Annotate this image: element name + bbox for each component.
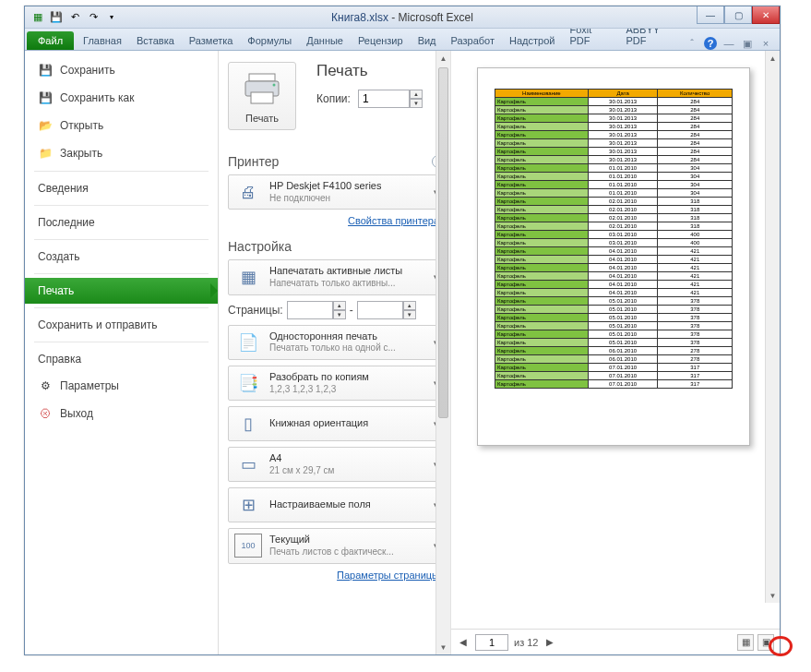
page-setup-link[interactable]: Параметры страницы (228, 570, 439, 581)
copies-down-icon[interactable]: ▼ (410, 99, 423, 108)
redo-icon[interactable]: ↷ (86, 10, 101, 25)
sidebar-item-exit[interactable]: ⮾Выход (25, 400, 218, 427)
tab-file[interactable]: Файл (27, 31, 74, 50)
sidebar-item-share[interactable]: Сохранить и отправить (25, 312, 218, 338)
tab-addins[interactable]: Надстрой (502, 31, 562, 50)
tab-developer[interactable]: Разработ (444, 31, 502, 50)
preview-scrollbar[interactable]: ▲ ▼ (765, 51, 780, 603)
help-icon[interactable]: ? (704, 37, 717, 50)
table-row: Картофель01.01.2010304 (495, 164, 733, 173)
table-row: Картофель04.01.2010421 (495, 281, 733, 289)
setting-margins[interactable]: ⊞ Настраиваемые поля (228, 487, 445, 522)
print-button[interactable]: Печать (228, 62, 296, 130)
tab-layout[interactable]: Разметка (182, 31, 241, 50)
page-number-input[interactable] (475, 634, 508, 651)
table-row: Картофель01.01.2010304 (495, 173, 733, 181)
printer-properties-link[interactable]: Свойства принтера (228, 215, 439, 226)
app-window: ▦ 💾 ↶ ↷ ▾ Книга8.xlsx - Microsoft Excel … (24, 6, 781, 655)
scroll-down-icon[interactable]: ▼ (436, 640, 450, 654)
table-row: Картофель04.01.2010421 (495, 289, 733, 297)
table-row: Картофель02.01.2010318 (495, 222, 733, 231)
svg-rect-2 (251, 92, 273, 103)
prev-page-button[interactable]: ◀ (457, 636, 470, 649)
sidebar-item-info[interactable]: Сведения (25, 175, 218, 201)
table-row: Картофель30.01.2013284 (495, 156, 733, 164)
table-row: Картофель30.01.2013284 (495, 106, 733, 114)
paper-icon: ▭ (234, 452, 262, 476)
table-row: Картофель06.01.2010278 (495, 347, 733, 355)
minimize-button[interactable]: — (697, 6, 724, 24)
next-page-button[interactable]: ▶ (543, 636, 556, 649)
close-button[interactable]: ✕ (752, 6, 780, 24)
table-row: Картофель04.01.2010421 (495, 264, 733, 272)
sidebar-item-save[interactable]: 💾Сохранить (25, 56, 218, 84)
undo-icon[interactable]: ↶ (67, 10, 82, 25)
sidebar-item-close[interactable]: 📁Закрыть (25, 139, 218, 167)
page-icon: 📄 (234, 330, 262, 354)
settings-section-head: Настройка (228, 239, 445, 254)
table-row: Картофель06.01.2010278 (495, 355, 733, 364)
setting-papersize[interactable]: ▭ A421 см x 29,7 см (228, 447, 445, 482)
tab-review[interactable]: Рецензир (351, 31, 411, 50)
setting-print-what[interactable]: ▦ Напечатать активные листыНапечатать то… (228, 259, 445, 294)
table-row: Картофель05.01.2010378 (495, 306, 733, 314)
tab-insert[interactable]: Вставка (129, 31, 182, 50)
maximize-button[interactable]: ▢ (724, 6, 752, 24)
sidebar-item-recent[interactable]: Последние (25, 210, 218, 235)
sidebar-item-open[interactable]: 📂Открыть (25, 112, 218, 139)
table-row: Картофель04.01.2010421 (495, 272, 733, 281)
table-row: Картофель01.01.2010304 (495, 189, 733, 198)
copies-up-icon[interactable]: ▲ (410, 90, 423, 99)
save-icon: 💾 (38, 63, 53, 78)
page-of-label: из 12 (514, 637, 538, 648)
zoom-to-page-button[interactable]: ▣ (757, 634, 774, 651)
preview-footer: ◀ из 12 ▶ ▦ ▣ (451, 629, 780, 654)
setting-collate[interactable]: 📑 Разобрать по копиям1,2,3 1,2,3 1,2,3 (228, 366, 445, 401)
printer-icon (242, 72, 282, 105)
sidebar: 💾Сохранить 💾Сохранить как 📂Открыть 📁Закр… (25, 51, 219, 654)
sidebar-item-new[interactable]: Создать (25, 244, 218, 270)
pages-from-input[interactable] (287, 301, 333, 319)
table-row: Картофель05.01.2010378 (495, 314, 733, 322)
table-row: Картофель05.01.2010378 (495, 330, 733, 339)
sidebar-item-save-as[interactable]: 💾Сохранить как (25, 84, 218, 112)
settings-scrollbar[interactable]: ▲ ▼ (435, 51, 450, 654)
save-icon[interactable]: 💾 (49, 10, 64, 25)
portrait-icon: ▯ (234, 412, 262, 436)
table-row: Картофель04.01.2010421 (495, 256, 733, 264)
copies-input[interactable] (358, 90, 410, 108)
print-settings-pane: Печать Печать Копии: ▲▼ Принтерi 🖨 HP De… (219, 51, 451, 654)
table-row: Картофель02.01.2010318 (495, 206, 733, 214)
tab-formulas[interactable]: Формулы (240, 31, 299, 50)
setting-scaling[interactable]: 100 ТекущийПечать листов с фактическ... (228, 528, 445, 563)
scroll-thumb[interactable] (438, 67, 448, 418)
show-margins-button[interactable]: ▦ (737, 634, 754, 651)
minimize-ribbon-icon[interactable]: ˆ (686, 37, 698, 50)
copies-spinner[interactable]: ▲▼ (358, 90, 423, 108)
tab-view[interactable]: Вид (411, 31, 444, 50)
svg-point-3 (273, 84, 276, 87)
table-row: Картофель02.01.2010318 (495, 214, 733, 222)
scroll-up-icon[interactable]: ▲ (766, 51, 780, 66)
table-row: Картофель30.01.2013284 (495, 114, 733, 123)
setting-duplex[interactable]: 📄 Односторонняя печатьПечатать только на… (228, 325, 445, 360)
sidebar-item-options[interactable]: ⚙Параметры (25, 372, 218, 400)
tab-home[interactable]: Главная (76, 31, 129, 50)
table-row: Картофель30.01.2013284 (495, 148, 733, 156)
printer-select[interactable]: 🖨 HP Deskjet F4100 seriesНе подключен (228, 174, 445, 210)
setting-orientation[interactable]: ▯ Книжная ориентация (228, 406, 445, 441)
svg-rect-0 (249, 74, 275, 81)
table-row: Картофель30.01.2013284 (495, 98, 733, 106)
sidebar-item-help[interactable]: Справка (25, 346, 218, 372)
scroll-up-icon[interactable]: ▲ (436, 51, 450, 66)
workbook-restore-icon[interactable]: ▣ (741, 37, 754, 50)
tab-data[interactable]: Данные (299, 31, 351, 50)
workbook-minimize-icon[interactable]: — (722, 37, 735, 50)
workbook-close-icon[interactable]: × (759, 37, 772, 50)
titlebar: ▦ 💾 ↶ ↷ ▾ Книга8.xlsx - Microsoft Excel … (25, 6, 780, 29)
sidebar-item-print[interactable]: Печать (25, 278, 218, 304)
table-row: Картофель30.01.2013284 (495, 131, 733, 139)
qat-dropdown-icon[interactable]: ▾ (104, 10, 119, 25)
pages-to-input[interactable] (357, 301, 403, 319)
scroll-down-icon[interactable]: ▼ (766, 588, 780, 603)
